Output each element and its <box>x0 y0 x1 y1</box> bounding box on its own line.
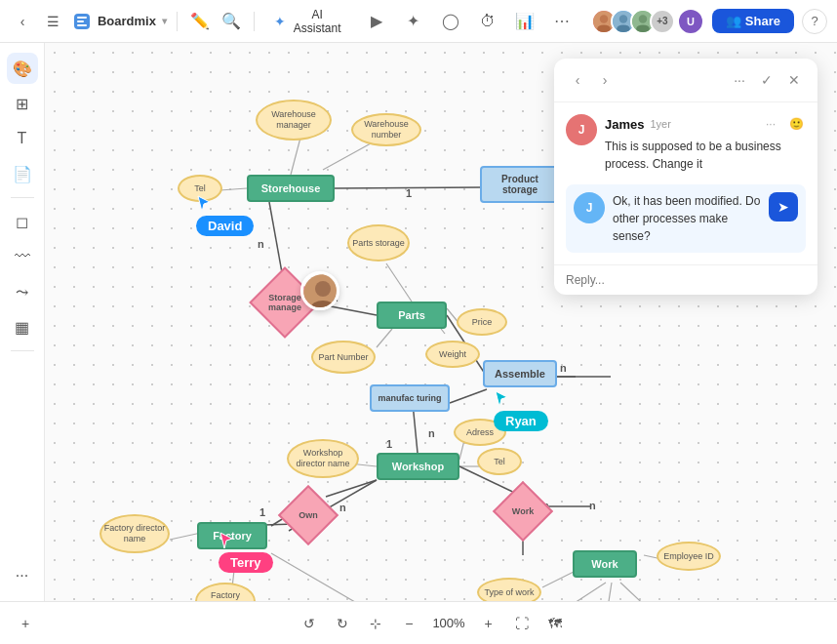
minimap-button[interactable]: 🗺 <box>541 610 569 637</box>
menu-button[interactable]: ☰ <box>41 8 66 35</box>
svg-line-38 <box>620 583 654 601</box>
attr-factory-name[interactable]: Factory name <box>195 583 256 601</box>
app-name: Boardmix <box>98 14 156 28</box>
sidebar-tool-more[interactable]: ··· <box>7 560 38 591</box>
attr-parts-storage[interactable]: Parts storage <box>347 224 410 262</box>
sidebar-tool-connector[interactable]: ⤳ <box>7 276 38 307</box>
weak-entity-product-storage-label: Product storage <box>486 174 554 195</box>
share-button[interactable]: 👥 Share <box>712 9 794 33</box>
comment-1-emoji-button[interactable]: 🙂 <box>786 114 806 134</box>
zoom-out-button[interactable]: − <box>395 610 422 637</box>
attr-tel2-label: Tel <box>494 457 505 466</box>
comment-more-button[interactable]: ··· <box>728 68 751 92</box>
help-button[interactable]: ? <box>802 9 827 34</box>
weak-entity-assemble[interactable]: Assemble <box>483 360 557 387</box>
entity-parts[interactable]: Parts <box>377 302 447 329</box>
cardinality-1-own: 1 <box>259 506 265 518</box>
entity-work-label: Work <box>591 558 618 570</box>
entity-workshop[interactable]: Workshop <box>377 453 459 480</box>
weak-entity-manufacturing[interactable]: manufac turing <box>370 384 450 412</box>
weak-entity-manufacturing-label: manufac turing <box>378 393 441 403</box>
attr-warehouse-number-label: Warehouse number <box>355 119 418 141</box>
comment-meta-1: James 1yer ··· 🙂 <box>605 114 806 134</box>
attr-warehouse-manager[interactable]: Warehouse manager <box>256 100 332 141</box>
animation-button[interactable]: ✦ <box>400 8 427 35</box>
attr-price[interactable]: Price <box>457 308 507 336</box>
redo-button[interactable]: ↻ <box>329 610 356 637</box>
comment-actions: ··· ✓ ✕ <box>728 68 806 92</box>
comment-close-button[interactable]: ✕ <box>782 68 806 92</box>
comment-1-menu-button[interactable]: ··· <box>761 114 780 134</box>
sidebar-tool-text[interactable]: T <box>7 123 38 154</box>
sidebar-divider-2 <box>11 350 34 351</box>
attr-type-of-work[interactable]: Type of work <box>477 578 541 601</box>
more-button[interactable]: ⋯ <box>548 8 576 35</box>
entity-work[interactable]: Work <box>573 550 637 578</box>
comment-time-1: 1yer <box>650 118 670 130</box>
zoom-value-label[interactable]: 100% <box>428 616 468 630</box>
cardinality-n-storehouse-storage: n <box>258 238 264 250</box>
comment-resolve-button[interactable]: ✓ <box>755 68 778 92</box>
attr-employee-id-label: Employee ID <box>663 551 714 562</box>
comment-reply-1-avatar: J <box>574 192 605 223</box>
user-avatar-david <box>300 271 339 310</box>
attr-employee-id[interactable]: Employee ID <box>657 542 721 571</box>
entity-storehouse[interactable]: Storehouse <box>247 175 335 202</box>
play-button[interactable]: ▶ <box>363 8 390 35</box>
entity-parts-label: Parts <box>398 309 425 321</box>
app-logo[interactable]: Boardmix ▾ <box>72 12 167 31</box>
attr-price-label: Price <box>472 317 493 327</box>
attr-weight[interactable]: Weight <box>425 341 480 368</box>
ai-assistant-button[interactable]: ✦ AI Assistant <box>264 4 355 39</box>
relationship-work[interactable]: Work <box>493 481 553 542</box>
boardmix-logo-icon <box>72 12 92 31</box>
add-page-button[interactable]: + <box>12 610 39 637</box>
zoom-in-button[interactable]: + <box>475 610 502 637</box>
chart-button[interactable]: 📊 <box>511 8 538 35</box>
back-button[interactable]: ‹ <box>10 8 35 35</box>
sidebar-tool-shapes[interactable]: ◻ <box>7 206 38 237</box>
left-sidebar: 🎨 ⊞ T 📄 ◻ 〰 ⤳ ▦ ··· <box>0 43 45 601</box>
attr-workshop-director[interactable]: Workshop director name <box>287 439 359 478</box>
comment-input-field[interactable] <box>566 273 806 287</box>
sidebar-tool-table[interactable]: ▦ <box>7 311 38 342</box>
timer-button[interactable]: ⏱ <box>474 8 501 35</box>
cardinality-n-own: n <box>339 502 346 513</box>
search-button[interactable]: 🔍 <box>219 8 244 35</box>
svg-line-18 <box>377 329 392 347</box>
cursor-mode-button[interactable]: ⊹ <box>362 610 389 637</box>
toolbar-right: +3 U 👥 Share ? <box>583 8 827 35</box>
undo-button[interactable]: ↺ <box>296 610 323 637</box>
comment-next-button[interactable]: › <box>593 68 617 92</box>
svg-point-9 <box>636 24 650 32</box>
attr-warehouse-number[interactable]: Warehouse number <box>351 113 421 146</box>
sidebar-tool-palette[interactable]: 🎨 <box>7 53 38 84</box>
sidebar-tool-pen[interactable]: 〰 <box>7 241 38 272</box>
sidebar-tool-note[interactable]: 📄 <box>7 158 38 189</box>
cardinality-n-assemble: n <box>560 362 567 374</box>
cursor-terry: Terry <box>219 531 273 573</box>
comment-prev-button[interactable]: ‹ <box>566 68 589 92</box>
bottom-toolbar-left: + <box>12 610 39 637</box>
shapes-button[interactable]: ◯ <box>437 8 464 35</box>
bottom-toolbar: + ↺ ↻ ⊹ − 100% + ⛶ 🗺 <box>0 601 837 644</box>
svg-line-31 <box>271 553 367 601</box>
weak-entity-assemble-label: Assemble <box>495 368 545 380</box>
relationship-own[interactable]: Own <box>278 485 339 545</box>
attr-part-number[interactable]: Part Number <box>311 341 376 374</box>
attr-tel2[interactable]: Tel <box>477 448 522 475</box>
relationship-own-label: Own <box>289 510 328 520</box>
terry-cursor-arrow <box>219 531 234 550</box>
bottom-toolbar-center: ↺ ↻ ⊹ − 100% + ⛶ 🗺 <box>39 610 825 637</box>
attr-factory-director[interactable]: Factory director name <box>100 514 170 553</box>
weak-entity-product-storage[interactable]: Product storage <box>480 166 560 203</box>
comment-reply-text-1: Ok, it has been modified. Do other proce… <box>613 192 761 245</box>
pen-tool-button[interactable]: ✏️ <box>187 8 213 35</box>
comment-header: ‹ › ··· ✓ ✕ <box>554 59 817 102</box>
comment-author-1-name: James <box>605 117 644 132</box>
entity-storehouse-label: Storehouse <box>261 182 321 194</box>
sidebar-tool-frames[interactable]: ⊞ <box>7 88 38 119</box>
comment-send-button[interactable]: ➤ <box>769 192 798 221</box>
fit-screen-button[interactable]: ⛶ <box>508 610 536 637</box>
comment-panel: ‹ › ··· ✓ ✕ J James 1yer ··· 🙂 This is s… <box>554 59 817 295</box>
